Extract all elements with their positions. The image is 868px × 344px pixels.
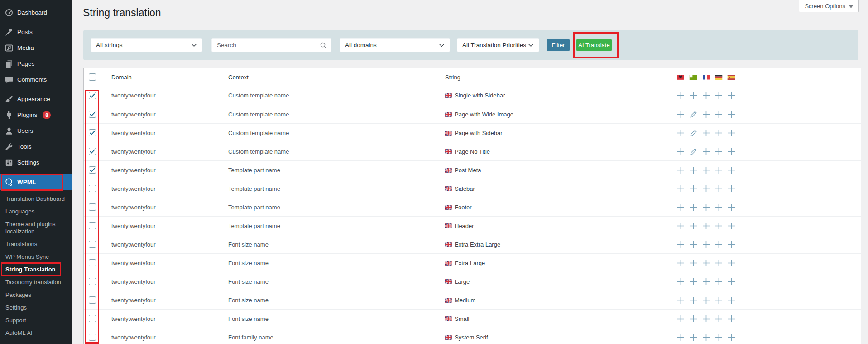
add-translation-icon[interactable]	[725, 147, 738, 156]
add-translation-icon[interactable]	[674, 203, 687, 212]
add-translation-icon[interactable]	[687, 259, 700, 267]
add-translation-icon[interactable]	[687, 333, 700, 342]
row-checkbox[interactable]	[89, 278, 96, 285]
add-translation-icon[interactable]	[712, 240, 725, 249]
add-translation-icon[interactable]	[687, 315, 700, 323]
search-input[interactable]	[212, 39, 331, 52]
add-translation-icon[interactable]	[725, 222, 738, 230]
add-translation-icon[interactable]	[674, 91, 687, 100]
add-translation-icon[interactable]	[712, 203, 725, 212]
add-translation-icon[interactable]	[700, 222, 712, 230]
add-translation-icon[interactable]	[687, 91, 700, 100]
sidebar-item-tools[interactable]: Tools	[0, 139, 72, 155]
row-checkbox[interactable]	[89, 166, 96, 174]
sidebar-item-users[interactable]: Users	[0, 123, 72, 139]
row-checkbox[interactable]	[89, 111, 96, 118]
sidebar-subitem-automl-ai[interactable]: AutoML AI	[0, 327, 72, 339]
add-translation-icon[interactable]	[674, 333, 687, 342]
sidebar-subitem-languages[interactable]: Languages	[0, 205, 72, 218]
sidebar-subitem-settings[interactable]: Settings	[0, 301, 72, 314]
add-translation-icon[interactable]	[700, 315, 712, 323]
add-translation-icon[interactable]	[700, 259, 712, 267]
search-icon[interactable]	[320, 42, 327, 51]
add-translation-icon[interactable]	[700, 91, 712, 100]
add-translation-icon[interactable]	[712, 129, 725, 137]
add-translation-icon[interactable]	[725, 166, 738, 174]
add-translation-icon[interactable]	[674, 259, 687, 267]
sidebar-subitem-theme-and-plugins-localization[interactable]: Theme and plugins localization	[0, 218, 72, 238]
add-translation-icon[interactable]	[725, 184, 738, 193]
sidebar-subitem-support[interactable]: Support	[0, 314, 72, 327]
add-translation-icon[interactable]	[725, 203, 738, 212]
row-checkbox[interactable]	[89, 296, 96, 304]
sidebar-subitem-packages[interactable]: Packages	[0, 289, 72, 301]
add-translation-icon[interactable]	[687, 184, 700, 193]
row-checkbox[interactable]	[89, 222, 96, 229]
add-translation-icon[interactable]	[700, 277, 712, 286]
edit-translation-icon[interactable]	[687, 147, 700, 156]
add-translation-icon[interactable]	[712, 315, 725, 323]
add-translation-icon[interactable]	[712, 222, 725, 230]
sidebar-item-dashboard[interactable]: Dashboard	[0, 5, 72, 20]
sidebar-item-posts[interactable]: Posts	[0, 24, 72, 40]
add-translation-icon[interactable]	[725, 315, 738, 323]
add-translation-icon[interactable]	[700, 110, 712, 119]
add-translation-icon[interactable]	[674, 240, 687, 249]
row-checkbox[interactable]	[89, 259, 96, 266]
add-translation-icon[interactable]	[712, 333, 725, 342]
priorities-filter-select[interactable]: All Translation Priorities	[457, 38, 539, 52]
add-translation-icon[interactable]	[725, 240, 738, 249]
filter-button[interactable]: Filter	[547, 39, 570, 51]
add-translation-icon[interactable]	[674, 110, 687, 119]
add-translation-icon[interactable]	[725, 259, 738, 267]
domains-filter-select[interactable]: All domains	[340, 38, 450, 52]
strings-filter-select[interactable]: All strings	[91, 38, 202, 52]
edit-translation-icon[interactable]	[687, 110, 700, 119]
add-translation-icon[interactable]	[687, 166, 700, 174]
sidebar-item-wpml[interactable]: WPML	[0, 174, 72, 190]
add-translation-icon[interactable]	[687, 240, 700, 249]
add-translation-icon[interactable]	[712, 166, 725, 174]
add-translation-icon[interactable]	[712, 259, 725, 267]
add-translation-icon[interactable]	[674, 296, 687, 305]
add-translation-icon[interactable]	[674, 129, 687, 137]
row-checkbox[interactable]	[89, 241, 96, 248]
add-translation-icon[interactable]	[687, 203, 700, 212]
add-translation-icon[interactable]	[725, 129, 738, 137]
add-translation-icon[interactable]	[712, 277, 725, 286]
add-translation-icon[interactable]	[712, 91, 725, 100]
add-translation-icon[interactable]	[700, 166, 712, 174]
add-translation-icon[interactable]	[712, 110, 725, 119]
ai-translate-button[interactable]: AI Translate	[576, 39, 612, 51]
row-checkbox[interactable]	[89, 315, 96, 322]
sidebar-item-appearance[interactable]: Appearance	[0, 91, 72, 107]
add-translation-icon[interactable]	[674, 277, 687, 286]
row-checkbox[interactable]	[89, 129, 96, 136]
row-checkbox[interactable]	[89, 203, 96, 211]
add-translation-icon[interactable]	[700, 296, 712, 305]
select-all-checkbox[interactable]	[89, 73, 96, 81]
add-translation-icon[interactable]	[712, 296, 725, 305]
sidebar-item-comments[interactable]: Comments	[0, 72, 72, 87]
add-translation-icon[interactable]	[725, 110, 738, 119]
add-translation-icon[interactable]	[700, 147, 712, 156]
edit-translation-icon[interactable]	[687, 129, 700, 137]
sidebar-item-plugins[interactable]: Plugins 8	[0, 107, 72, 123]
row-checkbox[interactable]	[89, 148, 96, 155]
add-translation-icon[interactable]	[674, 315, 687, 323]
sidebar-item-pages[interactable]: Pages	[0, 56, 72, 72]
add-translation-icon[interactable]	[674, 166, 687, 174]
add-translation-icon[interactable]	[700, 240, 712, 249]
row-checkbox[interactable]	[89, 334, 96, 341]
add-translation-icon[interactable]	[687, 296, 700, 305]
add-translation-icon[interactable]	[725, 91, 738, 100]
sidebar-subitem-taxonomy-translation[interactable]: Taxonomy translation	[0, 276, 72, 289]
add-translation-icon[interactable]	[700, 184, 712, 193]
sidebar-item-media[interactable]: Media	[0, 40, 72, 56]
sidebar-subitem-translation-dashboard[interactable]: Translation Dashboard	[0, 193, 72, 205]
add-translation-icon[interactable]	[687, 222, 700, 230]
add-translation-icon[interactable]	[725, 277, 738, 286]
add-translation-icon[interactable]	[712, 147, 725, 156]
add-translation-icon[interactable]	[674, 222, 687, 230]
add-translation-icon[interactable]	[725, 296, 738, 305]
